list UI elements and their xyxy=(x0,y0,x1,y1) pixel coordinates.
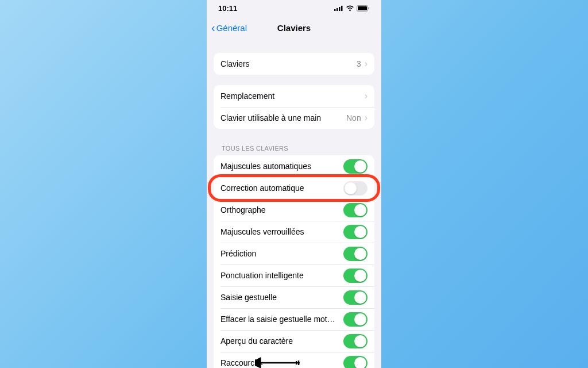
chevron-right-icon: › xyxy=(365,91,368,101)
toggle-label: Majuscules automatiques xyxy=(220,162,343,171)
toggle-switch[interactable] xyxy=(343,247,368,261)
toggle-row: Saisie gestuelle xyxy=(214,286,374,308)
toggle-switch[interactable] xyxy=(343,356,368,369)
svg-rect-0 xyxy=(334,9,336,11)
row-label: Claviers xyxy=(220,59,357,68)
chevron-left-icon: ‹ xyxy=(211,22,215,33)
row-keyboards[interactable]: Claviers 3 › xyxy=(214,53,374,75)
toggle-label: Majuscules verrouillées xyxy=(220,227,343,236)
svg-rect-6 xyxy=(369,7,370,9)
battery-icon xyxy=(357,5,370,12)
back-label: Général xyxy=(216,23,247,33)
chevron-right-icon: › xyxy=(365,113,368,122)
toggle-label: Prédiction xyxy=(220,249,343,258)
row-label: Clavier utilisable à une main xyxy=(220,113,346,122)
toggle-switch[interactable] xyxy=(343,159,368,174)
status-icons xyxy=(334,5,370,12)
row-value: Non xyxy=(346,113,361,122)
toggle-row: Ponctuation intelligente xyxy=(214,264,374,286)
svg-rect-2 xyxy=(339,7,341,11)
section-header: TOUS LES CLAVIERS xyxy=(222,145,374,152)
cellular-icon xyxy=(334,5,343,11)
toggle-label: Saisie gestuelle xyxy=(220,293,343,302)
toggle-switch[interactable] xyxy=(343,225,368,239)
svg-rect-3 xyxy=(341,6,343,11)
phone-frame: 10:11 ‹ Général Claviers Claviers 3 › Re… xyxy=(207,0,381,368)
toggle-switch[interactable] xyxy=(343,181,368,195)
group-all-keyboards: Majuscules automatiquesCorrection automa… xyxy=(214,155,374,368)
toggle-row: Aperçu du caractère xyxy=(214,330,374,352)
row-one-hand[interactable]: Clavier utilisable à une main Non › xyxy=(214,107,374,129)
toggle-switch[interactable] xyxy=(343,334,368,348)
toggle-row: Majuscules automatiques xyxy=(214,155,374,177)
svg-rect-1 xyxy=(336,8,338,11)
row-replacement[interactable]: Remplacement › xyxy=(214,85,374,107)
toggle-label: Ponctuation intelligente xyxy=(220,271,343,280)
group-text: Remplacement › Clavier utilisable à une … xyxy=(214,85,374,129)
settings-content: Claviers 3 › Remplacement › Clavier util… xyxy=(207,53,381,368)
back-button[interactable]: ‹ Général xyxy=(211,22,247,33)
toggle-row: Orthographe xyxy=(214,199,374,221)
toggle-label: Orthographe xyxy=(220,205,343,214)
toggle-row: Majuscules verrouillées xyxy=(214,221,374,243)
nav-bar: ‹ Général Claviers xyxy=(207,16,381,39)
toggle-switch[interactable] xyxy=(343,269,368,283)
group-keyboards: Claviers 3 › xyxy=(214,53,374,75)
status-time: 10:11 xyxy=(218,4,237,13)
wifi-icon xyxy=(346,5,354,12)
row-label: Remplacement xyxy=(220,91,365,101)
toggle-row: Raccourci « xyxy=(214,352,374,368)
svg-rect-5 xyxy=(358,6,367,10)
toggle-label: Correction automatique xyxy=(220,183,343,193)
chevron-right-icon: › xyxy=(365,59,368,68)
toggle-row: Effacer la saisie gestuelle mot… xyxy=(214,308,374,330)
row-value: 3 xyxy=(357,59,361,68)
toggle-label: Effacer la saisie gestuelle mot… xyxy=(220,315,343,324)
status-bar: 10:11 xyxy=(207,0,381,16)
toggle-row: Correction automatique xyxy=(214,177,374,199)
toggle-switch[interactable] xyxy=(343,290,368,305)
toggle-label: Aperçu du caractère xyxy=(220,336,343,346)
toggle-switch[interactable] xyxy=(343,312,368,327)
toggle-label: Raccourci « xyxy=(220,358,343,367)
toggle-row: Prédiction xyxy=(214,243,374,264)
toggle-switch[interactable] xyxy=(343,203,368,217)
